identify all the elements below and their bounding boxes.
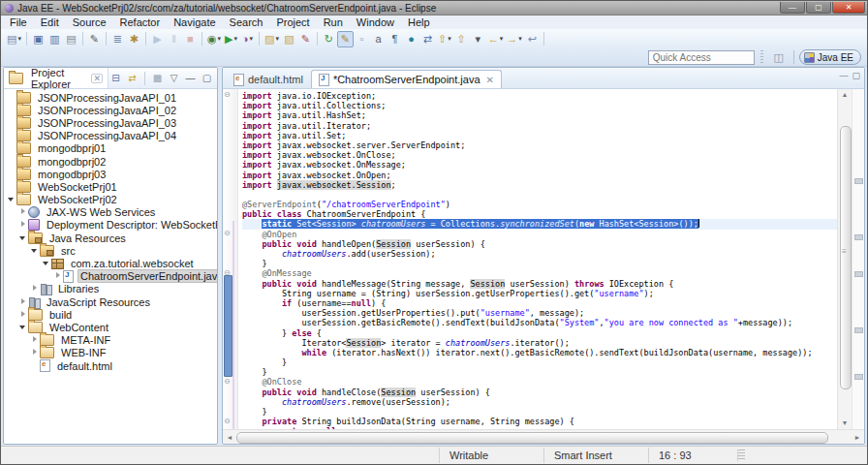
tree-item[interactable]: WebSocketPrj02: [4, 194, 217, 206]
vertical-scroll-track[interactable]: [839, 101, 851, 418]
show-whitespace-button[interactable]: ¶: [387, 31, 403, 47]
tree-item[interactable]: WebSocketPrj01: [4, 180, 217, 193]
occurrence-marker[interactable]: [854, 327, 863, 333]
tree-item[interactable]: Deployment Descriptor: WebSocketPrj02: [4, 219, 217, 232]
tree-item[interactable]: build: [4, 308, 217, 321]
save-all-button[interactable]: ▥: [46, 31, 63, 47]
menu-item-source[interactable]: Source: [66, 16, 113, 29]
tree-item[interactable]: default.html: [4, 359, 217, 372]
menu-item-help[interactable]: Help: [401, 16, 437, 29]
maximize-editor-icon[interactable]: ▢: [852, 71, 860, 80]
new-wizard-button[interactable]: ▤▾: [5, 31, 23, 47]
link-with-editor-button[interactable]: ⇄: [125, 71, 140, 85]
refresh-button[interactable]: ↻: [321, 31, 337, 47]
back-button[interactable]: ←▾: [486, 31, 506, 47]
new-servlet-button[interactable]: ≣: [109, 31, 126, 47]
tree-item[interactable]: ChatroomServerEndpoint.java: [4, 270, 217, 283]
menu-item-edit[interactable]: Edit: [34, 16, 66, 29]
menu-item-file[interactable]: File: [3, 16, 34, 29]
minimize-editor-icon[interactable]: —: [839, 71, 848, 80]
fold-minus-icon[interactable]: ⊖: [224, 378, 231, 386]
wizard-wand-button[interactable]: ✱: [126, 31, 142, 47]
fold-minus-icon[interactable]: ⊖: [224, 91, 231, 99]
menu-item-window[interactable]: Window: [350, 16, 401, 29]
run-button[interactable]: ▶▾: [223, 31, 239, 47]
tree-item[interactable]: src: [4, 244, 217, 257]
last-edit-button[interactable]: ↩: [524, 31, 541, 47]
tree-item[interactable]: mongodbprj02: [4, 155, 217, 168]
forward-button[interactable]: →▾: [505, 31, 524, 47]
open-perspective-button[interactable]: ◫: [769, 49, 789, 65]
tree-item[interactable]: mongodbprj01: [4, 142, 217, 155]
run-as-user-button[interactable]: ⇧▾: [436, 31, 453, 47]
red-pen-button[interactable]: ✎: [297, 31, 314, 47]
nav-menu-button[interactable]: ▾: [470, 31, 486, 47]
occurrence-marker[interactable]: [854, 271, 863, 277]
horizontal-scroll-thumb[interactable]: [236, 432, 828, 444]
mark-occurrences-button[interactable]: ✎: [337, 31, 354, 47]
editor-tab-default-html[interactable]: default.html: [226, 70, 311, 88]
overview-ruler[interactable]: [852, 89, 864, 429]
tree-item[interactable]: Java Resources: [4, 232, 217, 244]
horizontal-scrollbar[interactable]: ◄ ►: [223, 429, 864, 444]
quick-access-input[interactable]: [648, 50, 755, 65]
menu-item-navigate[interactable]: Navigate: [167, 16, 222, 29]
tree-item[interactable]: JSONProcessingJavaAPI_03: [4, 116, 217, 129]
collapse-all-button[interactable]: ⊟: [108, 71, 123, 85]
titlebar[interactable]: Java EE - WebSocketPrj02/src/com/za/tuto…: [1, 1, 867, 16]
scroll-down-icon[interactable]: ▼: [842, 418, 849, 429]
scroll-left-icon[interactable]: ◄: [223, 434, 236, 441]
tree-item[interactable]: JSONProcessingJavaAPI_02: [4, 104, 217, 116]
code-area[interactable]: import java.io.IOException;import java.u…: [238, 89, 837, 429]
fold-minus-icon[interactable]: ⊖: [224, 230, 231, 237]
print-button[interactable]: ▤: [63, 31, 79, 47]
scroll-up-icon[interactable]: ▲: [842, 89, 849, 101]
pen-button[interactable]: ✎: [86, 31, 103, 47]
vertical-scrollbar[interactable]: ▲ ▼: [837, 89, 852, 429]
view-menu-button[interactable]: ▽: [167, 71, 181, 85]
editor-tab--chatroomserverendpoint-java[interactable]: *ChatroomServerEndpoint.java✕: [311, 70, 502, 88]
scroll-right-icon[interactable]: ►: [851, 434, 864, 441]
fold-minus-icon[interactable]: ⊖: [224, 269, 231, 277]
tree-item[interactable]: JSONProcessingJavaAPI_01: [4, 91, 217, 104]
java-ee-perspective-button[interactable]: Java EE: [799, 49, 861, 65]
vertical-scroll-thumb[interactable]: [840, 126, 852, 389]
link-resources-button[interactable]: ⇄: [419, 31, 436, 47]
tree-item[interactable]: mongodbprj03: [4, 168, 217, 180]
focus-task-button[interactable]: ▩: [150, 71, 165, 85]
open-browser-button[interactable]: ●: [403, 31, 419, 47]
debug-button[interactable]: ◉▾: [205, 31, 223, 47]
show-source-button[interactable]: a: [370, 31, 387, 47]
fold-minus-icon[interactable]: ⊖: [224, 418, 231, 425]
tree-item[interactable]: JSONProcessingJavaAPI_04: [4, 130, 217, 142]
minimize-button[interactable]: —: [780, 2, 805, 14]
promote-button[interactable]: ⇧: [453, 31, 470, 47]
tree-item[interactable]: Libraries: [4, 283, 217, 295]
minimize-view-button[interactable]: —: [183, 71, 198, 85]
tree-item[interactable]: com.za.tutorial.websocket: [4, 257, 217, 269]
occurrence-marker[interactable]: [854, 178, 863, 184]
save-button[interactable]: ▣: [30, 31, 46, 47]
tree-item[interactable]: WEB-INF: [4, 347, 217, 359]
close-button[interactable]: ✕: [832, 2, 865, 14]
close-view-icon[interactable]: ✕: [91, 74, 103, 83]
maximize-button[interactable]: ▢: [806, 2, 831, 14]
profile-button[interactable]: ◑▾: [239, 31, 256, 47]
menu-item-refactor[interactable]: Refactor: [113, 16, 168, 29]
occurrence-marker[interactable]: [854, 234, 863, 240]
occurrence-marker[interactable]: [854, 374, 863, 380]
tree-item[interactable]: WebContent: [4, 321, 217, 333]
tree-item[interactable]: META-INF: [4, 334, 217, 347]
close-tab-icon[interactable]: ✕: [486, 75, 494, 85]
tree-item[interactable]: JAX-WS Web Services: [4, 206, 217, 219]
project-explorer-tab[interactable]: Project Explorer ✕: [4, 68, 108, 88]
menu-item-run[interactable]: Run: [317, 16, 350, 29]
menu-item-search[interactable]: Search: [223, 16, 270, 29]
maximize-view-button[interactable]: ▢: [200, 71, 214, 85]
build-auto-button[interactable]: ▫: [354, 31, 370, 47]
menu-item-project[interactable]: Project: [269, 16, 316, 29]
web-folder-button[interactable]: ▨▾: [263, 31, 281, 47]
export-war-button[interactable]: ▧: [281, 31, 297, 47]
horizontal-scroll-track[interactable]: [236, 431, 851, 443]
annotation-ruler[interactable]: ⊖⊖⊖⊖⊖: [223, 89, 238, 429]
